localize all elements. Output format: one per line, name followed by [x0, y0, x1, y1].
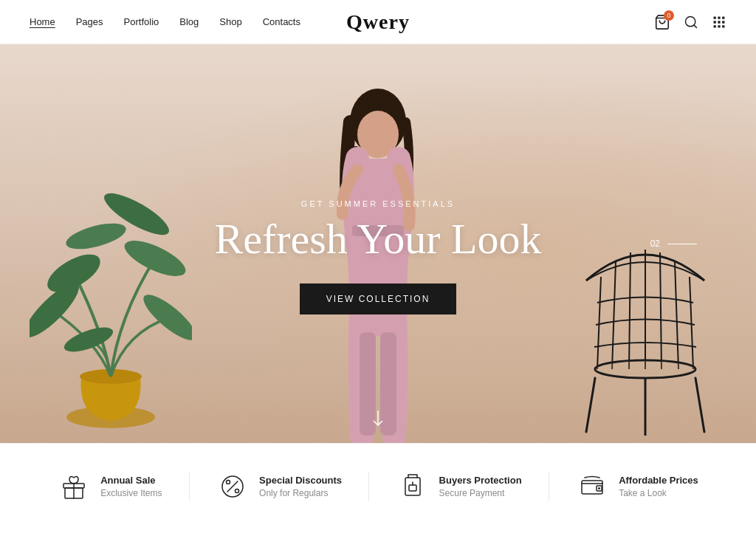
hero-chair-decoration: [571, 221, 719, 443]
gift-icon: [58, 470, 90, 503]
svg-line-33: [690, 277, 693, 369]
svg-line-44: [227, 481, 238, 492]
svg-line-27: [597, 277, 601, 369]
site-logo[interactable]: Qwery: [346, 10, 410, 34]
scroll-down-arrow[interactable]: [372, 410, 384, 428]
svg-line-29: [629, 252, 630, 369]
svg-line-32: [675, 262, 678, 369]
svg-rect-45: [405, 478, 420, 495]
hero-content: GET SUMMER ESSENTIALS Refresh Your Look …: [193, 199, 563, 314]
feature-affordable-prices-text: Affordable Prices Take a Look: [619, 475, 698, 498]
svg-rect-46: [409, 485, 416, 491]
svg-point-15: [120, 233, 190, 283]
feature-buyers-protection: Buyers Protection Secure Payment: [396, 470, 522, 503]
svg-point-42: [227, 481, 230, 484]
feature-divider-1: [189, 472, 190, 501]
svg-line-2: [694, 24, 697, 27]
feature-special-discounts: Special Discounts Only for Regulars: [216, 470, 342, 503]
feature-special-discounts-title: Special Discounts: [259, 475, 342, 486]
feature-affordable-prices-desc: Take a Look: [619, 488, 698, 498]
cart-badge: 0: [664, 10, 674, 21]
feature-divider-3: [549, 472, 549, 501]
feature-buyers-protection-title: Buyers Protection: [439, 475, 522, 486]
hero-cta-button[interactable]: View Collection: [300, 283, 457, 314]
svg-line-28: [612, 262, 616, 369]
svg-point-17: [138, 288, 192, 346]
percent-icon: [216, 470, 249, 503]
wallet-icon: [576, 470, 608, 503]
slide-line: [667, 244, 697, 244]
svg-rect-11: [722, 25, 724, 27]
feature-affordable-prices-title: Affordable Prices: [619, 475, 698, 486]
shield-icon: [396, 470, 429, 503]
svg-rect-5: [722, 16, 724, 18]
nav-pages[interactable]: Pages: [76, 16, 103, 27]
feature-special-discounts-text: Special Discounts Only for Regulars: [259, 475, 342, 498]
feature-buyers-protection-desc: Secure Payment: [439, 488, 522, 498]
svg-point-19: [63, 219, 128, 255]
nav-contacts[interactable]: Contacts: [263, 16, 300, 27]
feature-annual-sale-title: Annual Sale: [100, 475, 162, 486]
svg-rect-3: [714, 16, 716, 18]
arrow-down-icon: [372, 410, 384, 428]
hero-subtitle: GET SUMMER ESSENTIALS: [193, 199, 563, 208]
feature-annual-sale-desc: Exclusive Items: [100, 488, 162, 498]
header-actions: 0: [654, 14, 726, 30]
feature-special-discounts-desc: Only for Regulars: [259, 488, 342, 498]
slide-indicator: 02: [650, 238, 697, 249]
svg-line-31: [660, 252, 662, 369]
svg-rect-10: [718, 25, 720, 27]
menu-grid-button[interactable]: [712, 15, 726, 30]
cart-button[interactable]: 0: [654, 14, 670, 30]
grid-icon: [712, 15, 726, 30]
svg-point-49: [598, 487, 600, 489]
svg-point-43: [236, 489, 239, 493]
feature-affordable-prices: Affordable Prices Take a Look: [576, 470, 698, 503]
hero-title: Refresh Your Look: [193, 216, 563, 263]
nav-home[interactable]: Home: [30, 16, 55, 27]
search-button[interactable]: [684, 15, 698, 30]
feature-annual-sale-text: Annual Sale Exclusive Items: [100, 475, 162, 498]
nav-blog[interactable]: Blog: [179, 16, 199, 27]
svg-rect-6: [714, 21, 716, 23]
svg-point-36: [595, 360, 695, 378]
features-bar: Annual Sale Exclusive Items Special Disc…: [0, 443, 756, 529]
svg-point-18: [61, 323, 116, 357]
hero-plant-decoration: [30, 126, 192, 443]
main-nav: Home Pages Portfolio Blog Shop Contacts: [30, 16, 300, 27]
slide-number: 02: [650, 238, 660, 249]
feature-buyers-protection-text: Buyers Protection Secure Payment: [439, 475, 522, 498]
nav-shop[interactable]: Shop: [219, 16, 241, 27]
svg-rect-8: [722, 21, 724, 23]
svg-rect-47: [582, 481, 602, 494]
nav-portfolio[interactable]: Portfolio: [124, 16, 159, 27]
hero-section: GET SUMMER ESSENTIALS Refresh Your Look …: [0, 44, 756, 443]
svg-rect-4: [718, 16, 720, 18]
feature-divider-2: [368, 472, 369, 501]
search-icon: [684, 15, 698, 30]
svg-rect-7: [718, 21, 720, 23]
site-header: Home Pages Portfolio Blog Shop Contacts …: [0, 0, 756, 44]
svg-rect-9: [714, 25, 716, 27]
feature-annual-sale: Annual Sale Exclusive Items: [58, 470, 162, 503]
